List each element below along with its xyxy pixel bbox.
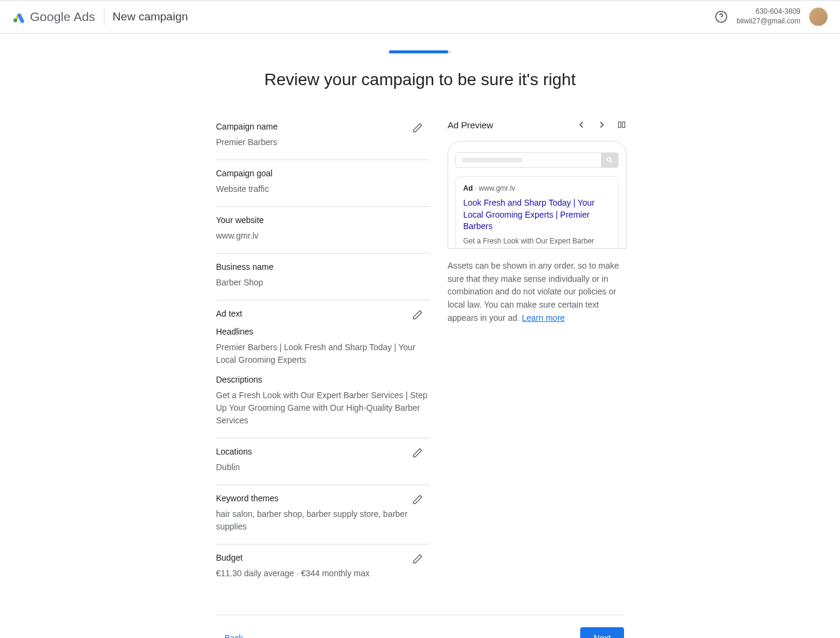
preview-column: Ad Preview bbox=[448, 113, 626, 591]
section-budget: Budget €11.30 daily average · €344 month… bbox=[216, 544, 430, 591]
app-header: Google Ads New campaign 630-604-3809 bii… bbox=[0, 0, 840, 34]
keywords-label: Keyword themes bbox=[216, 493, 430, 503]
search-button-mock bbox=[601, 153, 618, 167]
progress-bar-wrap bbox=[0, 50, 840, 53]
progress-bar bbox=[389, 50, 451, 53]
preview-controls bbox=[576, 119, 626, 130]
ad-preview-description: Get a Fresh Look with Our Expert Barber … bbox=[463, 236, 611, 249]
headlines-label: Headlines bbox=[216, 327, 430, 336]
edit-campaign-name-button[interactable] bbox=[410, 121, 425, 135]
google-ads-icon bbox=[12, 10, 26, 24]
phone-preview-frame: Ad · www.gmr.lv Look Fresh and Sharp Tod… bbox=[448, 141, 626, 249]
edit-keywords-button[interactable] bbox=[410, 492, 425, 507]
section-campaign-name: Campaign name Premier Barbers bbox=[216, 113, 430, 160]
business-name-value: Barber Shop bbox=[216, 276, 430, 289]
header-left: Google Ads New campaign bbox=[12, 8, 188, 25]
review-column: Campaign name Premier Barbers Campaign g… bbox=[216, 113, 430, 591]
business-name-label: Business name bbox=[216, 262, 430, 272]
page-context: New campaign bbox=[113, 10, 188, 23]
ad-sep: · bbox=[473, 184, 479, 192]
locations-value: Dublin bbox=[216, 461, 430, 474]
campaign-name-label: Campaign name bbox=[216, 122, 430, 131]
account-info: 630-604-3809 biiwii27@gmail.com bbox=[737, 7, 800, 26]
svg-rect-4 bbox=[622, 122, 625, 127]
chevron-left-icon bbox=[576, 119, 587, 130]
pencil-icon bbox=[412, 309, 423, 320]
help-icon bbox=[715, 10, 728, 23]
preview-layout-button[interactable] bbox=[617, 120, 626, 130]
account-phone: 630-604-3809 bbox=[737, 7, 800, 17]
account-email: biiwii27@gmail.com bbox=[737, 17, 800, 26]
svg-point-5 bbox=[607, 158, 611, 161]
header-divider bbox=[104, 8, 104, 25]
header-right: 630-604-3809 biiwii27@gmail.com bbox=[714, 7, 828, 26]
campaign-name-value: Premier Barbers bbox=[216, 136, 430, 149]
main-content: Campaign name Premier Barbers Campaign g… bbox=[216, 113, 624, 591]
website-value: www.gmr.lv bbox=[216, 230, 430, 242]
ad-preview-card: Ad · www.gmr.lv Look Fresh and Sharp Tod… bbox=[455, 176, 619, 249]
keywords-value: hair salon, barber shop, barber supply s… bbox=[216, 508, 430, 533]
budget-label: Budget bbox=[216, 553, 430, 562]
headlines-value: Premier Barbers | Look Fresh and Sharp T… bbox=[216, 341, 430, 366]
preview-header: Ad Preview bbox=[448, 113, 626, 141]
search-input-mock bbox=[456, 153, 601, 167]
section-keywords: Keyword themes hair salon, barber shop, … bbox=[216, 485, 430, 544]
svg-point-0 bbox=[13, 19, 17, 22]
preview-title: Ad Preview bbox=[448, 120, 493, 130]
section-locations: Locations Dublin bbox=[216, 438, 430, 485]
page-title: Review your campaign to be sure it's rig… bbox=[0, 70, 840, 89]
edit-ad-text-button[interactable] bbox=[410, 308, 425, 322]
svg-point-2 bbox=[721, 19, 721, 20]
section-ad-text: Ad text Headlines Premier Barbers | Look… bbox=[216, 300, 430, 438]
learn-more-link[interactable]: Learn more bbox=[522, 313, 565, 323]
section-website: Your website www.gmr.lv bbox=[216, 207, 430, 254]
user-avatar[interactable] bbox=[809, 7, 828, 26]
ad-badge-text: Ad bbox=[463, 184, 473, 192]
back-button[interactable]: Back bbox=[216, 628, 251, 638]
columns-icon bbox=[617, 120, 626, 130]
progress-fill bbox=[389, 50, 448, 53]
preview-prev-button[interactable] bbox=[576, 119, 587, 130]
edit-locations-button[interactable] bbox=[410, 446, 425, 460]
google-ads-logo[interactable]: Google Ads bbox=[12, 10, 95, 24]
locations-label: Locations bbox=[216, 447, 430, 456]
ad-url: www.gmr.lv bbox=[479, 184, 515, 192]
pencil-icon bbox=[412, 122, 423, 133]
campaign-goal-label: Campaign goal bbox=[216, 168, 430, 178]
help-button[interactable] bbox=[714, 10, 728, 24]
ad-text-label: Ad text bbox=[216, 309, 430, 318]
edit-budget-button[interactable] bbox=[410, 552, 425, 566]
budget-value: €11.30 daily average · €344 monthly max bbox=[216, 567, 430, 580]
descriptions-label: Descriptions bbox=[216, 375, 430, 384]
descriptions-value: Get a Fresh Look with Our Expert Barber … bbox=[216, 389, 430, 427]
preview-note: Assets can be shown in any order, so to … bbox=[448, 260, 626, 324]
campaign-goal-value: Website traffic bbox=[216, 183, 430, 195]
pencil-icon bbox=[412, 447, 423, 458]
logo-text: Google Ads bbox=[30, 10, 95, 24]
section-campaign-goal: Campaign goal Website traffic bbox=[216, 160, 430, 207]
section-business-name: Business name Barber Shop bbox=[216, 254, 430, 300]
pencil-icon bbox=[412, 553, 423, 564]
chevron-right-icon bbox=[596, 119, 607, 130]
preview-next-button[interactable] bbox=[596, 119, 607, 130]
footer: Back Next bbox=[216, 615, 624, 638]
search-box-mock bbox=[455, 152, 619, 168]
pencil-icon bbox=[412, 494, 423, 505]
svg-rect-3 bbox=[619, 122, 621, 127]
website-label: Your website bbox=[216, 215, 430, 225]
next-button[interactable]: Next bbox=[580, 627, 624, 638]
ad-badge: Ad · www.gmr.lv bbox=[463, 184, 611, 192]
search-icon bbox=[606, 157, 613, 164]
ad-preview-headline: Look Fresh and Sharp Today | Your Local … bbox=[463, 197, 611, 233]
